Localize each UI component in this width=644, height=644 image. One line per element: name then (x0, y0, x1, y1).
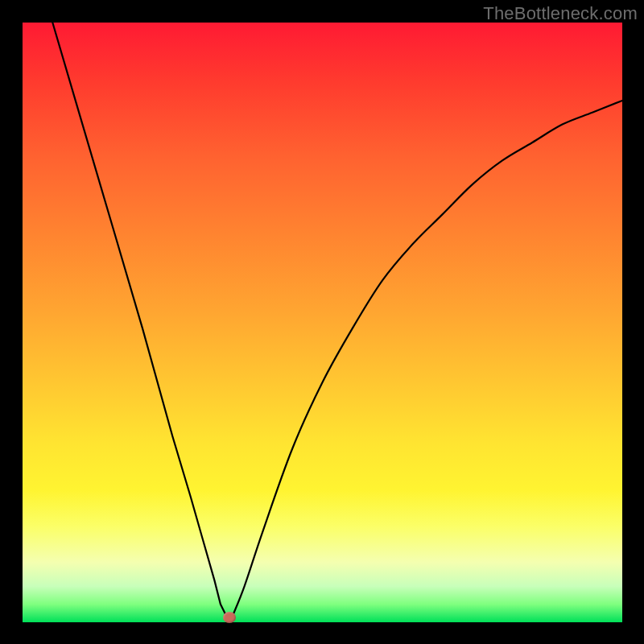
minimum-marker-dot (223, 612, 236, 623)
bottleneck-curve (23, 23, 622, 622)
watermark-text: TheBottleneck.com (483, 3, 638, 24)
curve-path (52, 23, 622, 618)
plot-area (23, 23, 622, 622)
chart-frame: TheBottleneck.com (0, 0, 644, 644)
